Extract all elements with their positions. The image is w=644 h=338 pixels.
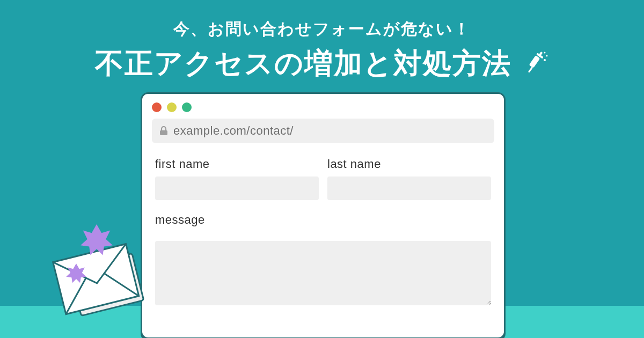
svg-point-6	[544, 52, 546, 54]
lock-icon	[159, 126, 168, 136]
window-controls	[142, 94, 504, 119]
svg-rect-2	[529, 55, 540, 68]
url-text: example.com/contact/	[173, 124, 294, 138]
first-name-field: first name	[155, 157, 319, 200]
last-name-label: last name	[327, 157, 491, 171]
svg-rect-3	[528, 67, 533, 73]
close-icon[interactable]	[152, 102, 162, 112]
last-name-field: last name	[327, 157, 491, 200]
main-headline: 不正アクセスの増加と対処方法	[0, 45, 644, 83]
address-bar[interactable]: example.com/contact/	[152, 119, 494, 143]
minimize-icon[interactable]	[167, 102, 177, 112]
svg-point-5	[546, 55, 548, 57]
contact-form: first name last name message	[142, 143, 504, 307]
svg-point-4	[544, 59, 546, 61]
message-label: message	[155, 213, 491, 227]
svg-rect-7	[160, 130, 167, 135]
first-name-label: first name	[155, 157, 319, 171]
message-field: message	[155, 213, 491, 307]
headline-block: 今、お問い合わせフォームが危ない！ 不正アクセスの増加と対処方法	[0, 0, 644, 83]
last-name-input[interactable]	[327, 177, 491, 200]
envelope-illustration	[46, 219, 164, 326]
syringe-icon	[523, 50, 549, 76]
message-input[interactable]	[155, 241, 491, 305]
first-name-input[interactable]	[155, 177, 319, 200]
main-headline-text: 不正アクセスの増加と対処方法	[95, 47, 511, 79]
zoom-icon[interactable]	[182, 102, 192, 112]
sub-headline: 今、お問い合わせフォームが危ない！	[0, 18, 644, 40]
browser-window: example.com/contact/ first name last nam…	[141, 92, 506, 338]
